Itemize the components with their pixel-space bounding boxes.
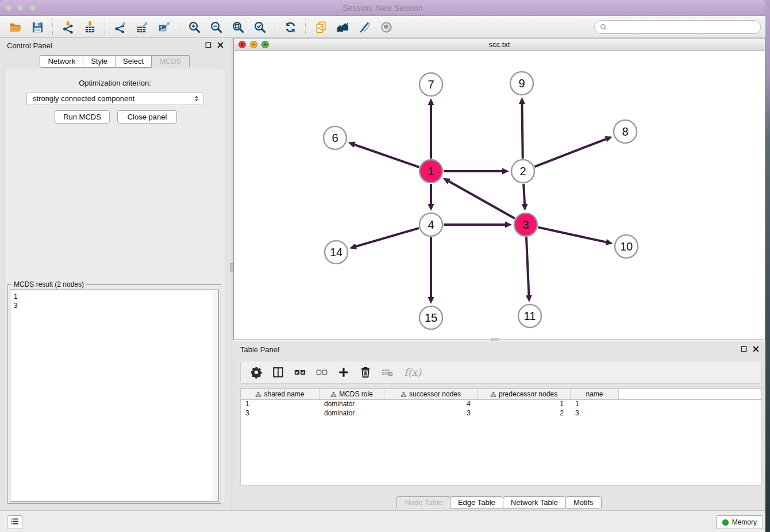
close-panel-button[interactable]: Close panel xyxy=(117,110,177,124)
table-tabs: Node TableEdge TableNetwork TableMotifs xyxy=(233,496,765,509)
tab-network-table[interactable]: Network Table xyxy=(503,496,566,509)
table-cell[interactable]: 3 xyxy=(241,409,319,418)
float-panel-icon[interactable] xyxy=(740,345,748,353)
edge-3-11[interactable] xyxy=(526,237,529,295)
window-titlebar[interactable]: Session: New Session xyxy=(0,0,765,16)
column-header-MCDS-role[interactable]: MCDS role xyxy=(319,389,384,399)
memory-status-dot xyxy=(722,519,729,526)
edge-2-3[interactable] xyxy=(523,184,525,204)
table-cell[interactable]: dominator xyxy=(319,400,384,409)
mcds-result-legend: MCDS result (2 nodes) xyxy=(11,280,86,288)
export-network-button[interactable] xyxy=(111,18,129,36)
table-cell[interactable]: 1 xyxy=(571,400,619,409)
import-network-button[interactable] xyxy=(59,18,76,36)
node-label-2: 2 xyxy=(519,165,526,178)
result-scrollbar[interactable] xyxy=(213,291,218,500)
function-builder-button: f(x) xyxy=(401,364,424,381)
show-panels-button[interactable] xyxy=(7,515,22,529)
memory-label: Memory xyxy=(732,518,757,526)
table-cell[interactable]: 2 xyxy=(478,409,571,418)
table-row[interactable]: 3dominator323 xyxy=(241,409,761,418)
export-image-button[interactable] xyxy=(155,18,172,36)
deselect-all-button[interactable] xyxy=(313,364,330,381)
search-input[interactable] xyxy=(611,21,756,33)
search-icon xyxy=(599,23,608,32)
edge-4-14[interactable] xyxy=(356,228,419,246)
table-cell[interactable]: 1 xyxy=(241,400,319,409)
run-mcds-button[interactable]: Run MCDS xyxy=(55,110,110,124)
table-cell[interactable]: 3 xyxy=(571,409,619,418)
column-header-shared-name[interactable]: shared name xyxy=(241,389,319,399)
tab-mcds[interactable]: MCDS xyxy=(151,55,189,68)
list-icon xyxy=(10,516,20,529)
select-all-button[interactable] xyxy=(291,364,309,381)
optimization-criterion-label: Optimization criterion: xyxy=(5,79,225,87)
column-label: MCDS role xyxy=(339,390,373,398)
memory-button[interactable]: Memory xyxy=(716,515,763,529)
zoom-out-button[interactable] xyxy=(207,18,225,36)
network-window-titlebar[interactable]: x–+ scc.txt xyxy=(234,38,765,51)
edge-3-10[interactable] xyxy=(538,228,606,242)
hide-annotations-button[interactable] xyxy=(356,18,373,36)
column-header-name[interactable]: name xyxy=(571,389,619,399)
open-file-button[interactable] xyxy=(7,18,24,36)
float-panel-icon[interactable] xyxy=(205,41,212,49)
network-graph[interactable]: 7968124314101511 xyxy=(234,51,765,340)
mcds-result-area[interactable]: 13 xyxy=(10,290,219,502)
table-cell[interactable]: 1 xyxy=(478,400,571,409)
edge-2-9[interactable] xyxy=(522,104,522,159)
graphics-details-button[interactable] xyxy=(378,18,395,36)
tab-node-table[interactable]: Node Table xyxy=(396,496,451,509)
horizontal-splitter[interactable] xyxy=(491,338,499,341)
import-network-icon xyxy=(61,21,75,34)
zoom-fit-button[interactable] xyxy=(229,18,247,36)
table-row[interactable]: 1dominator411 xyxy=(241,400,761,409)
table-cell[interactable]: 3 xyxy=(384,409,478,418)
close-panel-icon[interactable] xyxy=(752,345,760,353)
node-table: shared nameMCDS rolesuccessor nodesprede… xyxy=(240,388,762,485)
column-header-predecessor-nodes[interactable]: predecessor nodes xyxy=(478,389,571,399)
edge-3-1[interactable] xyxy=(449,182,514,219)
search-box[interactable] xyxy=(594,20,761,34)
delete-column-button[interactable] xyxy=(357,364,374,381)
tab-style[interactable]: Style xyxy=(83,55,116,68)
table-cell[interactable]: dominator xyxy=(319,409,384,418)
edge-1-6[interactable] xyxy=(355,145,419,167)
control-panel-title: Control Panel xyxy=(7,41,52,50)
plus-icon xyxy=(337,366,350,379)
zoom-in-button[interactable] xyxy=(186,18,203,36)
eye-icon xyxy=(380,21,393,34)
column-layout-button[interactable] xyxy=(270,364,287,381)
tab-motifs[interactable]: Motifs xyxy=(565,496,602,509)
table-cell[interactable]: 4 xyxy=(384,400,478,409)
annotations-icon xyxy=(358,21,371,34)
tab-network[interactable]: Network xyxy=(40,55,83,68)
zoom-selected-button[interactable] xyxy=(251,18,268,36)
control-panel: Control Panel NetworkStyleSelectMCDS Opt… xyxy=(0,38,230,510)
clone-network-button[interactable] xyxy=(312,18,329,36)
arrowhead-2-3 xyxy=(522,204,528,211)
close-panel-icon[interactable] xyxy=(217,41,224,49)
tab-select[interactable]: Select xyxy=(115,55,152,68)
criterion-dropdown[interactable]: strongly connected component xyxy=(26,92,203,105)
clone-network-icon xyxy=(314,21,328,34)
houses-icon xyxy=(336,21,349,34)
export-table-button[interactable] xyxy=(133,18,151,36)
main-toolbar xyxy=(0,16,765,38)
edge-2-8[interactable] xyxy=(535,139,606,167)
export-image-icon xyxy=(157,21,171,34)
table-settings-button[interactable] xyxy=(248,364,265,381)
refresh-button[interactable] xyxy=(282,18,299,36)
uncheck-all-icon xyxy=(315,366,328,379)
zoom-in-icon xyxy=(188,21,201,34)
column-label: predecessor nodes xyxy=(499,390,557,398)
result-line: 3 xyxy=(14,301,215,310)
node-label-9: 9 xyxy=(518,77,525,90)
column-header-successor-nodes[interactable]: successor nodes xyxy=(384,389,478,399)
first-neighbors-button[interactable] xyxy=(334,18,351,36)
import-table-button[interactable] xyxy=(81,18,98,36)
save-session-button[interactable] xyxy=(29,18,46,36)
add-column-button[interactable] xyxy=(335,364,352,381)
arrowhead-4-15 xyxy=(428,297,434,304)
tab-edge-table[interactable]: Edge Table xyxy=(450,496,503,509)
